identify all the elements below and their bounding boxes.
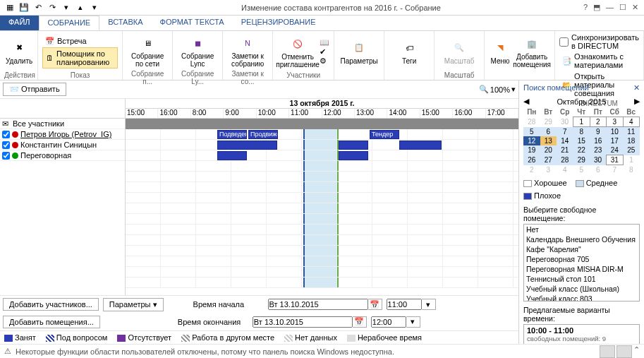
avatar[interactable] — [600, 345, 615, 358]
busy-block[interactable] — [217, 151, 247, 160]
mini-calendar[interactable]: ПнВтСрЧтПтСбВс28293012345678910111213141… — [523, 107, 640, 174]
help-icon[interactable]: ? — [583, 3, 588, 12]
group-show: Показ — [42, 71, 118, 79]
meeting-notes-button[interactable]: NЗаметки к собранию — [227, 32, 268, 69]
timeline-date: 13 октября 2015 г. — [126, 99, 518, 109]
legend-tentative: Под вопросом — [46, 333, 108, 342]
tab-format[interactable]: ФОРМАТ ТЕКСТА — [152, 16, 233, 30]
busy-block[interactable] — [399, 141, 442, 150]
warning-icon: ⚠ — [4, 347, 11, 356]
delete-button[interactable]: ✖Удалить — [4, 37, 34, 66]
add-rooms-button-2[interactable]: Добавить помещения... — [3, 316, 100, 328]
participant-checkbox[interactable] — [2, 152, 10, 160]
room-finder-title: Поиск помещений✕ — [523, 83, 640, 93]
busy-block[interactable]: Тендер Под — [370, 130, 399, 139]
suggestions-label: Предлагаемые варианты времени: — [523, 306, 640, 323]
network-meeting-button[interactable]: 🖥Собрание по сети — [127, 32, 168, 69]
menu-button[interactable]: ◥Меню — [489, 37, 511, 66]
calendar-icon[interactable]: 📅 — [368, 299, 382, 310]
close-icon[interactable]: ✕ — [632, 3, 638, 12]
room-item[interactable]: Учебный класс 803 — [524, 294, 639, 302]
window-title: Изменение состава контрагентов на 2016 г… — [104, 4, 578, 12]
tab-file[interactable]: ФАЙЛ — [0, 16, 39, 30]
tab-meeting[interactable]: СОБРАНИЕ — [39, 16, 100, 30]
zoom-icon[interactable]: 🔍 — [479, 85, 489, 94]
calendar-icon[interactable]: 📅 — [353, 316, 367, 328]
choose-room-label: Выберите свободное помещение: — [523, 205, 640, 222]
calendar-month: Октябрь 2015 — [557, 97, 606, 106]
send-button[interactable]: 📨 Отправить — [3, 83, 66, 96]
tab-review[interactable]: РЕЦЕНЗИРОВАНИЕ — [233, 16, 324, 30]
close-pane-icon[interactable]: ✕ — [633, 83, 640, 93]
legend-good: Хорошее — [523, 179, 567, 187]
options-button[interactable]: 📋Параметры — [339, 37, 379, 66]
zoom-button[interactable]: 🔍Масштаб — [439, 37, 480, 66]
busy-block[interactable] — [217, 141, 277, 150]
room-item[interactable]: Переговорная 705 — [524, 254, 639, 264]
end-time-input[interactable] — [371, 316, 406, 328]
busy-block[interactable] — [339, 151, 368, 160]
participant-checkbox[interactable] — [2, 131, 10, 138]
zoom-value: 100% — [490, 85, 510, 94]
participant-checkbox[interactable] — [2, 141, 10, 149]
start-date-input[interactable] — [268, 299, 368, 310]
room-item[interactable]: Учебный класс (Школьная) — [524, 284, 639, 294]
legend-elsewhere: Работа в другом месте — [181, 333, 274, 342]
scheduling-assistant-button[interactable]: 🗓 Помощник по планированию — [42, 47, 118, 68]
people-pane-toggle-icon[interactable]: ⌃ — [633, 345, 640, 358]
participant-type-icon — [12, 153, 18, 159]
dropdown-icon[interactable]: ▾ — [406, 316, 420, 328]
suggestion-item[interactable]: 10:00 - 11:00свободных помещений: 9 — [524, 325, 639, 345]
participant-row[interactable]: Переговорная — [0, 150, 125, 161]
check-names-icon[interactable]: ✔ — [320, 47, 329, 56]
save-icon[interactable]: 💾 — [18, 2, 30, 13]
zoom-dropdown-icon[interactable]: ▾ — [511, 85, 516, 94]
participant-row[interactable]: Константин Синицын — [0, 140, 125, 150]
addressbook-icon[interactable]: 📖 — [320, 38, 329, 47]
cancel-invitation-button[interactable]: 🚫Отменить приглашение — [277, 33, 318, 70]
ribbon-toggle-icon[interactable]: ⬒ — [593, 3, 600, 12]
warning-text: Некоторые функции области пользователей … — [16, 347, 394, 356]
legend-nodata: Нет данных — [284, 333, 337, 342]
room-item[interactable]: Календарь Внешнего Обучения — [524, 234, 639, 244]
start-time-input[interactable] — [387, 299, 422, 310]
add-participants-button[interactable]: Добавить участников... — [3, 298, 99, 311]
minimize-icon[interactable]: — — [606, 3, 614, 12]
legend-oof: Отсутствует — [117, 333, 171, 342]
dropdown-icon[interactable]: ▾ — [422, 299, 436, 310]
tags-button[interactable]: 🏷Теги — [389, 37, 430, 66]
sync-directum-checkbox[interactable]: Синхронизировать в DIRECTUM — [559, 32, 639, 51]
all-participants-row: ✉ Все участники — [0, 119, 125, 129]
redo-icon[interactable]: ↷ — [47, 2, 58, 13]
lync-meeting-button[interactable]: ◼Собрание Lync — [177, 32, 218, 69]
participant-row[interactable]: Петров Игорь (Petrov_IG) — [0, 129, 125, 140]
add-rooms-button[interactable]: 🏢Добавить помещения — [513, 33, 551, 70]
room-item[interactable]: Кафе "Карелия" — [524, 244, 639, 254]
room-item[interactable]: Нет — [524, 225, 639, 234]
appointment-button[interactable]: 📅 Встреча — [42, 35, 118, 47]
participant-name: Переговорная — [20, 151, 71, 160]
legend-busy: Занят — [4, 333, 36, 342]
familiarize-button[interactable]: 📑 Ознакомить с материалами — [559, 51, 639, 71]
next-month-icon[interactable]: ▶ — [634, 97, 640, 106]
legend-nonwork: Нерабочее время — [347, 333, 422, 342]
down-icon[interactable]: ▾ — [89, 2, 100, 13]
undo-icon[interactable]: ↶ — [32, 2, 44, 13]
legend-fair: Среднее — [576, 179, 618, 187]
up-icon[interactable]: ▴ — [75, 2, 86, 13]
busy-block[interactable] — [339, 141, 368, 150]
qat-more-icon[interactable]: ▾ — [61, 2, 72, 13]
prev-month-icon[interactable]: ◀ — [523, 97, 529, 106]
busy-block[interactable]: Продвижен — [248, 130, 278, 139]
tab-insert[interactable]: ВСТАВКА — [99, 16, 151, 30]
participant-type-icon — [12, 131, 18, 138]
maximize-icon[interactable]: ☐ — [619, 3, 626, 12]
response-options-icon[interactable]: ⚙ — [320, 56, 329, 66]
avatar[interactable] — [616, 345, 632, 358]
end-date-input[interactable] — [253, 316, 353, 328]
room-item[interactable]: Переговорная MISHA DIR-M — [524, 264, 639, 274]
room-list[interactable]: НетКалендарь Внешнего ОбученияКафе "Каре… — [523, 224, 640, 302]
parameters-button[interactable]: Параметры ▾ — [103, 298, 164, 311]
room-item[interactable]: Теннисный стол 101 — [524, 274, 639, 284]
busy-block[interactable]: Подведени — [217, 130, 247, 139]
